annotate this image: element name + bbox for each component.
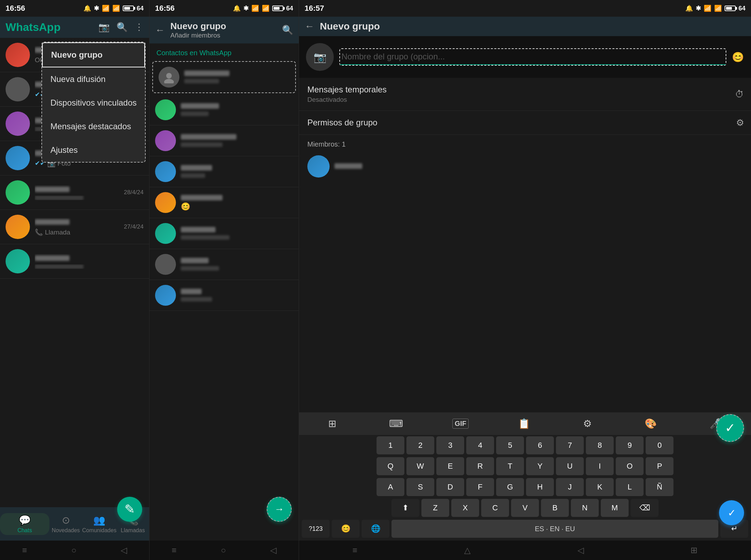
menu-sys-btn-3[interactable]: ≡: [353, 545, 357, 555]
contact-item[interactable]: 😊: [150, 187, 299, 218]
next-fab[interactable]: →: [267, 497, 292, 522]
nav-comunidades[interactable]: 👥 Comunidades: [82, 514, 116, 534]
menu-item-nueva-difusion[interactable]: Nueva difusión: [42, 67, 145, 91]
kb-key-3[interactable]: 3: [436, 436, 464, 454]
group-avatar-button[interactable]: 📷: [306, 43, 334, 71]
kb-123-key[interactable]: ?123: [302, 520, 330, 538]
kb-key-j[interactable]: J: [556, 478, 584, 496]
kb-space-key[interactable]: ES · EN · EU: [391, 520, 718, 538]
menu-sys-btn-2[interactable]: ≡: [172, 545, 177, 555]
emoji-button[interactable]: 😊: [732, 51, 744, 63]
kb-emoji-key[interactable]: 😊: [332, 520, 360, 538]
contact-item[interactable]: [150, 280, 299, 311]
kb-key-a[interactable]: A: [377, 478, 404, 496]
status-icons-2: 🔔 ✱ 📶 📶 64: [233, 5, 293, 12]
kb-key-nm[interactable]: N: [571, 499, 599, 517]
battery-level-3: 64: [738, 5, 745, 12]
kb-key-h[interactable]: H: [526, 478, 554, 496]
kb-key-m[interactable]: M: [601, 499, 629, 517]
kb-key-x[interactable]: X: [451, 499, 479, 517]
menu-button[interactable]: ⋮: [135, 22, 144, 33]
nav-novedades[interactable]: ⊙ Novedades: [49, 514, 82, 534]
back-sys-btn-3[interactable]: ◁: [578, 545, 584, 555]
search-button[interactable]: 🔍: [116, 22, 128, 33]
back-sys-btn-2[interactable]: ◁: [270, 545, 276, 555]
kb-gif-btn[interactable]: GIF: [452, 419, 469, 429]
status-bar-3: 16:57 🔔 ✱ 📶 📶 64: [299, 0, 751, 17]
kb-key-v[interactable]: V: [511, 499, 539, 517]
new-chat-fab[interactable]: ✎: [117, 497, 142, 522]
chat-preview: [35, 196, 119, 200]
contact-item[interactable]: [150, 156, 299, 187]
kb-key-y[interactable]: Y: [526, 457, 554, 475]
member-item: [299, 151, 751, 182]
kb-key-i[interactable]: I: [586, 457, 614, 475]
kb-key-e[interactable]: E: [436, 457, 464, 475]
kb-key-r[interactable]: R: [466, 457, 494, 475]
chat-item[interactable]: 📞 Llamada 27/4/24: [0, 210, 149, 244]
kb-key-6[interactable]: 6: [526, 436, 554, 454]
kb-key-9[interactable]: 9: [616, 436, 644, 454]
kb-sticker-btn[interactable]: ⌨: [386, 416, 406, 431]
status-bar-2: 16:56 🔔 ✱ 📶 📶 64: [150, 0, 299, 17]
camera-button[interactable]: 📷: [98, 22, 110, 33]
back-sys-btn[interactable]: ◁: [121, 545, 127, 555]
kb-key-t[interactable]: T: [496, 457, 524, 475]
home-sys-btn-2[interactable]: ○: [221, 545, 226, 555]
menu-sys-btn[interactable]: ≡: [22, 545, 27, 555]
kb-key-7[interactable]: 7: [556, 436, 584, 454]
group-setup: 📷 😊: [299, 36, 751, 78]
kb-key-o[interactable]: O: [616, 457, 644, 475]
kb-grid-btn[interactable]: ⊞: [325, 416, 340, 431]
kb-settings-btn[interactable]: ⚙: [580, 416, 595, 431]
kb-key-2[interactable]: 2: [406, 436, 434, 454]
kb-backspace-key[interactable]: ⌫: [631, 499, 659, 517]
group-name-input[interactable]: [340, 49, 726, 65]
contact-item[interactable]: [150, 249, 299, 280]
kb-clipboard-btn[interactable]: 📋: [515, 416, 534, 431]
kb-shift-key[interactable]: ⬆: [391, 499, 419, 517]
kb-key-p[interactable]: P: [646, 457, 673, 475]
contact-item[interactable]: [150, 94, 299, 125]
contact-item[interactable]: [150, 218, 299, 249]
home-sys-btn[interactable]: ○: [71, 545, 76, 555]
kb-key-u[interactable]: U: [556, 457, 584, 475]
kb-key-8[interactable]: 8: [586, 436, 614, 454]
chat-item[interactable]: 28/4/24: [0, 175, 149, 210]
search-button-2[interactable]: 🔍: [282, 25, 293, 35]
menu-item-mensajes-destacados[interactable]: Mensajes destacados: [42, 115, 145, 138]
temp-messages-option[interactable]: Mensajes temporales Desactivados ⏱: [299, 78, 751, 111]
kb-key-z[interactable]: Z: [421, 499, 449, 517]
kb-key-l[interactable]: L: [616, 478, 644, 496]
kb-lang-key[interactable]: 🌐: [362, 520, 389, 538]
kb-key-n[interactable]: Ñ: [646, 478, 673, 496]
menu-item-dispositivos[interactable]: Dispositivos vinculados: [42, 91, 145, 115]
menu-item-ajustes[interactable]: Ajustes: [42, 138, 145, 162]
recents-sys-btn-3[interactable]: ⊞: [691, 545, 697, 555]
chat-item[interactable]: [0, 244, 149, 279]
menu-item-nuevo-grupo[interactable]: Nuevo grupo: [42, 42, 145, 67]
kb-key-q[interactable]: Q: [377, 457, 404, 475]
kb-key-g[interactable]: G: [496, 478, 524, 496]
kb-key-1[interactable]: 1: [377, 436, 404, 454]
kb-key-c[interactable]: C: [481, 499, 509, 517]
confirm-fab[interactable]: ✓: [716, 414, 744, 442]
kb-key-4[interactable]: 4: [466, 436, 494, 454]
kb-key-5[interactable]: 5: [496, 436, 524, 454]
contact-item[interactable]: [152, 61, 296, 93]
back-button-3[interactable]: ←: [305, 21, 314, 32]
kb-key-s[interactable]: S: [406, 478, 434, 496]
kb-key-w[interactable]: W: [406, 457, 434, 475]
kb-key-f[interactable]: F: [466, 478, 494, 496]
kb-theme-btn[interactable]: 🎨: [641, 416, 660, 431]
kb-key-d[interactable]: D: [436, 478, 464, 496]
kb-key-b[interactable]: B: [541, 499, 569, 517]
kb-key-k[interactable]: K: [586, 478, 614, 496]
back-button-2[interactable]: ←: [155, 25, 165, 36]
send-button[interactable]: ✓: [719, 500, 744, 525]
home-sys-btn-3[interactable]: △: [464, 545, 470, 555]
group-perms-option[interactable]: Permisos de grupo ⚙: [299, 111, 751, 135]
contact-item[interactable]: [150, 125, 299, 156]
kb-key-0[interactable]: 0: [646, 436, 673, 454]
nav-chats[interactable]: 💬 Chats: [0, 513, 49, 535]
